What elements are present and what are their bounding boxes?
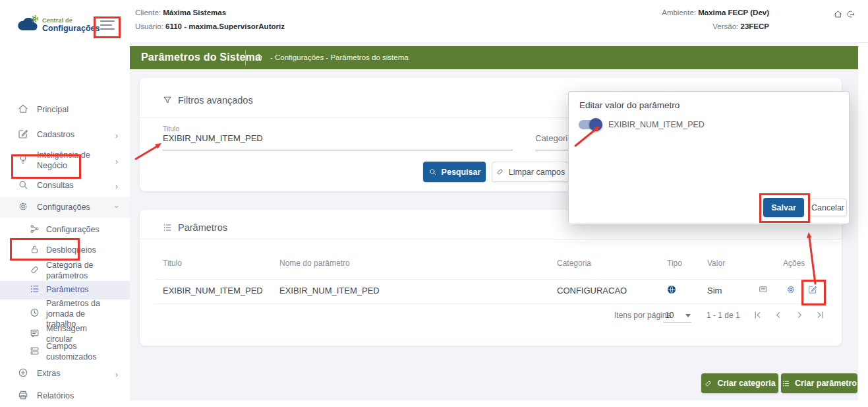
sidebar-item-configuracoes[interactable]: Configurações › [0,197,130,218]
edit-square-icon [807,284,818,295]
sidebar-subitem-configuracoes[interactable]: Configurações [0,220,130,240]
top-bar: Central de Configurações Cliente: Máxima… [0,0,868,43]
message-icon [29,328,40,342]
printer-icon [17,389,29,404]
cancel-button-label: Cancelar [811,203,844,212]
chevron-right-icon: › [115,369,118,379]
nodes-icon [29,224,40,237]
sidebar-item-label: Inteligência de Negócio [37,150,111,171]
edit-action-button[interactable] [807,284,818,297]
comment-action-button[interactable] [758,284,768,297]
edit-parameter-modal: Editar valor do parâmetro EXIBIR_NUM_ITE… [568,91,850,224]
parameter-toggle-thumb[interactable] [589,118,602,131]
sidebar-subitem-label: Configurações [46,225,115,235]
breadcrumb-home-icon[interactable] [254,52,264,65]
save-button[interactable]: Salvar [763,198,804,217]
plus-circle-icon [17,367,29,381]
create-category-label: Criar categoria [717,379,775,388]
cell-valor: Sim [707,286,722,296]
gear-icon [786,284,796,295]
cell-titulo: EXIBIR_NUM_ITEM_PED [163,286,263,296]
parameters-title: Parâmetros [178,222,227,233]
sidebar-nav: Principal Cadastros › Inteligência de Ne… [0,42,130,407]
list-icon [29,284,40,297]
last-page-button[interactable] [815,309,826,323]
eraser-icon [496,168,504,176]
version-value: 23FECP [741,22,769,30]
sidebar-subitem-desbloqueios[interactable]: Desbloqueios [0,241,130,261]
titulo-field-label: Titulo [163,125,179,133]
sidebar-subitem-parametros-da-jornada[interactable]: Parâmetros da jornada de trabalho [0,302,130,326]
search-button[interactable]: Pesquisar [423,162,486,182]
list-icon [162,222,173,235]
divider [140,239,842,239]
unlock-icon [29,244,40,258]
client-value: Máxima Sistemas [163,9,226,16]
sidebar-subitem-parametros[interactable]: Parâmetros [0,281,130,299]
search-icon [428,168,437,176]
items-per-page-select[interactable]: 10 [665,311,674,320]
search-button-label: Pesquisar [442,168,481,177]
breadcrumb: - Configurações - Parâmetros do sistema [270,53,409,61]
client-info: Cliente: Máxima Sistemas [135,9,226,16]
create-parameter-button[interactable]: Criar parâmetro [781,373,857,393]
sidebar-subitem-categoria-de-parametros[interactable]: Categoria de parâmetros [0,260,130,282]
sidebar-item-cadastros[interactable]: Cadastros › [0,125,130,145]
sidebar-item-inteligencia-de-negocio[interactable]: Inteligência de Negócio › [0,149,130,173]
clock-icon [29,307,40,321]
sidebar-item-label: Cadastros [37,130,111,141]
column-header-tipo: Tipo [667,259,682,268]
environment-label: Ambiente: [662,9,696,16]
sidebar-item-label: Relatórios [37,391,111,402]
divider [155,303,826,304]
sidebar-subitem-campos-customizados[interactable]: Campos customizados [0,342,130,362]
parameters-card: Parâmetros Titulo Nome do parâmetro Cate… [140,210,842,346]
cancel-button[interactable]: Cancelar [809,199,847,216]
home-button[interactable] [833,9,843,22]
modal-title: Editar valor do parâmetro [579,100,680,110]
clear-fields-button-label: Limpar campos [509,168,565,177]
tag-icon [29,265,40,278]
previous-page-button[interactable] [772,309,784,323]
stack-icon [29,346,40,360]
sidebar-item-extras[interactable]: Extras › [0,364,130,384]
sidebar-subitem-label: Campos customizados [46,342,115,362]
first-page-button[interactable] [752,309,763,323]
pagination-range: 1 - 1 de 1 [707,311,740,320]
gear-icon [17,201,29,215]
titulo-input-underline [163,150,513,150]
hamburger-menu-button[interactable] [96,18,115,33]
settings-action-button[interactable] [786,284,796,297]
logout-button[interactable] [846,9,855,22]
header-divider [245,50,246,65]
edit-square-icon [17,128,29,142]
app-window: Central de Configurações Cliente: Máxima… [0,0,868,407]
logo-text-line2: Configurações [42,24,100,33]
create-parameter-label: Criar parâmetro [795,379,857,388]
home-icon [17,103,29,117]
client-label: Cliente: [135,9,161,16]
titulo-input[interactable] [163,133,506,143]
sidebar-item-relatorios[interactable]: Relatórios [0,387,130,406]
column-header-categoria: Categoria [557,259,591,268]
version-label: Versão: [712,22,738,30]
create-category-button[interactable]: Criar categoria [701,373,778,393]
list-icon [782,379,790,388]
clear-fields-button[interactable]: Limpar campos [492,162,569,182]
version-info: Versão: 23FECP [712,22,769,30]
items-per-page-label: Itens por página [614,311,671,320]
filters-title: Filtros avançados [178,95,253,106]
lightbulb-icon [17,154,29,168]
sidebar-subitem-label: Categoria de parâmetros [46,261,115,281]
column-header-titulo: Titulo [163,259,182,268]
caret-down-icon[interactable] [685,314,691,317]
next-page-button[interactable] [794,309,805,323]
user-value: 6110 - maxima.SupervisorAutoriz [165,22,285,30]
filter-funnel-icon [162,95,173,108]
chevron-down-icon: › [111,205,121,208]
home-icon [833,9,843,19]
sidebar-item-principal[interactable]: Principal [0,100,130,120]
sidebar-item-consultas[interactable]: Consultas › [0,176,130,196]
app-logo[interactable] [16,15,40,36]
sidebar-item-label: Configurações [37,203,111,213]
